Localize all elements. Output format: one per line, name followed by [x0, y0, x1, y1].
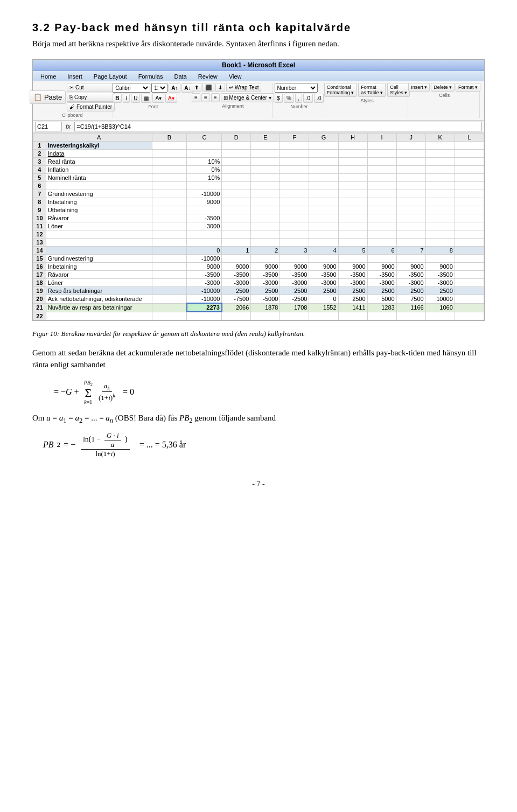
cell-l22[interactable] — [455, 312, 484, 320]
cell-j19[interactable]: 2500 — [396, 287, 425, 295]
cell-l11[interactable] — [455, 222, 484, 230]
cell-h13[interactable] — [338, 239, 367, 247]
cell-i5[interactable] — [367, 174, 396, 182]
cell-j2[interactable] — [396, 150, 425, 158]
tab-review[interactable]: Review — [193, 72, 223, 81]
cell-h20[interactable]: 2500 — [338, 295, 367, 304]
cell-g1[interactable] — [309, 142, 338, 150]
cell-styles-button[interactable]: CellStyles ▾ — [387, 83, 410, 97]
cell-f11[interactable] — [280, 222, 309, 230]
cell-k7[interactable] — [425, 190, 455, 198]
cell-l20[interactable] — [455, 295, 484, 304]
cell-f10[interactable] — [280, 214, 309, 222]
cell-j22[interactable] — [396, 312, 425, 320]
cell-b16[interactable] — [152, 263, 187, 271]
cell-l3[interactable] — [455, 158, 484, 166]
cell-e7[interactable] — [251, 190, 280, 198]
cell-i2[interactable] — [367, 150, 396, 158]
cell-f8[interactable] — [280, 198, 309, 206]
cell-k13[interactable] — [425, 239, 455, 247]
align-bottom-button[interactable]: ⬇ — [215, 83, 225, 92]
cell-c7[interactable]: -10000 — [187, 190, 222, 198]
cell-j11[interactable] — [396, 222, 425, 230]
cell-d17[interactable]: -3500 — [222, 271, 251, 279]
cell-d14[interactable]: 1 — [222, 247, 251, 255]
cell-e8[interactable] — [251, 198, 280, 206]
cell-d8[interactable] — [222, 198, 251, 206]
cell-h14[interactable]: 5 — [338, 247, 367, 255]
number-format-select[interactable]: Number — [275, 83, 318, 93]
fill-color-button[interactable]: A▾ — [152, 94, 164, 103]
conditional-formatting-button[interactable]: ConditionalFormatting ▾ — [324, 83, 357, 97]
cell-k20[interactable]: 10000 — [425, 295, 455, 304]
merge-center-button[interactable]: ⊞ Merge & Center ▾ — [221, 93, 274, 102]
formula-input[interactable] — [74, 122, 482, 131]
cell-j6[interactable] — [396, 182, 425, 190]
cell-f7[interactable] — [280, 190, 309, 198]
cell-b13[interactable] — [152, 239, 187, 247]
cell-d7[interactable] — [222, 190, 251, 198]
cell-c10[interactable]: -3500 — [187, 214, 222, 222]
cell-h3[interactable] — [338, 158, 367, 166]
cell-d20[interactable]: -7500 — [222, 295, 251, 304]
cell-j13[interactable] — [396, 239, 425, 247]
cell-j7[interactable] — [396, 190, 425, 198]
cell-a15[interactable]: Grundinvestering — [46, 255, 152, 263]
cell-g13[interactable] — [309, 239, 338, 247]
cell-c19[interactable]: -10000 — [187, 287, 222, 295]
cell-k8[interactable] — [425, 198, 455, 206]
cell-b4[interactable] — [152, 166, 187, 174]
cell-l14[interactable] — [455, 247, 484, 255]
cell-i20[interactable]: 5000 — [367, 295, 396, 304]
cell-a8[interactable]: Inbetalning — [46, 198, 152, 206]
cell-j9[interactable] — [396, 206, 425, 214]
cell-h17[interactable]: -3500 — [338, 271, 367, 279]
cell-g9[interactable] — [309, 206, 338, 214]
align-center-button[interactable]: ≡ — [201, 93, 210, 102]
cell-i22[interactable] — [367, 312, 396, 320]
cell-j1[interactable] — [396, 142, 425, 150]
cell-b5[interactable] — [152, 174, 187, 182]
cell-j18[interactable]: -3000 — [396, 279, 425, 287]
cell-g11[interactable] — [309, 222, 338, 230]
cell-i17[interactable]: -3500 — [367, 271, 396, 279]
underline-button[interactable]: U — [131, 94, 140, 103]
format-as-table-button[interactable]: Formatas Table ▾ — [358, 83, 386, 97]
cell-l2[interactable] — [455, 150, 484, 158]
col-header-a[interactable]: A — [46, 134, 152, 142]
cell-e2[interactable] — [251, 150, 280, 158]
cell-d16[interactable]: 9000 — [222, 263, 251, 271]
cell-d18[interactable]: -3000 — [222, 279, 251, 287]
cell-j21[interactable]: 1166 — [396, 303, 425, 312]
cell-f22[interactable] — [280, 312, 309, 320]
cell-i11[interactable] — [367, 222, 396, 230]
cell-i6[interactable] — [367, 182, 396, 190]
cell-b8[interactable] — [152, 198, 187, 206]
cell-i9[interactable] — [367, 206, 396, 214]
cell-f20[interactable]: -2500 — [280, 295, 309, 304]
cell-c17[interactable]: -3500 — [187, 271, 222, 279]
copy-button[interactable]: ⎘ Copy — [67, 93, 115, 102]
cell-h18[interactable]: -3000 — [338, 279, 367, 287]
cell-d21[interactable]: 2066 — [222, 303, 251, 312]
cell-e4[interactable] — [251, 166, 280, 174]
cell-i8[interactable] — [367, 198, 396, 206]
cell-j16[interactable]: 9000 — [396, 263, 425, 271]
cell-e22[interactable] — [251, 312, 280, 320]
delete-cells-button[interactable]: Delete ▾ — [431, 83, 455, 92]
cell-i15[interactable] — [367, 255, 396, 263]
cell-c15[interactable]: -10000 — [187, 255, 222, 263]
tab-view[interactable]: View — [223, 72, 247, 81]
col-header-g[interactable]: G — [309, 134, 338, 142]
tab-data[interactable]: Data — [169, 72, 192, 81]
cell-l13[interactable] — [455, 239, 484, 247]
col-header-j[interactable]: J — [396, 134, 425, 142]
cell-g17[interactable]: -3500 — [309, 271, 338, 279]
cell-k3[interactable] — [425, 158, 455, 166]
cell-l19[interactable] — [455, 287, 484, 295]
col-header-c[interactable]: C — [187, 134, 222, 142]
cell-d13[interactable] — [222, 239, 251, 247]
tab-home[interactable]: Home — [35, 72, 61, 81]
cell-b17[interactable] — [152, 271, 187, 279]
cell-b10[interactable] — [152, 214, 187, 222]
